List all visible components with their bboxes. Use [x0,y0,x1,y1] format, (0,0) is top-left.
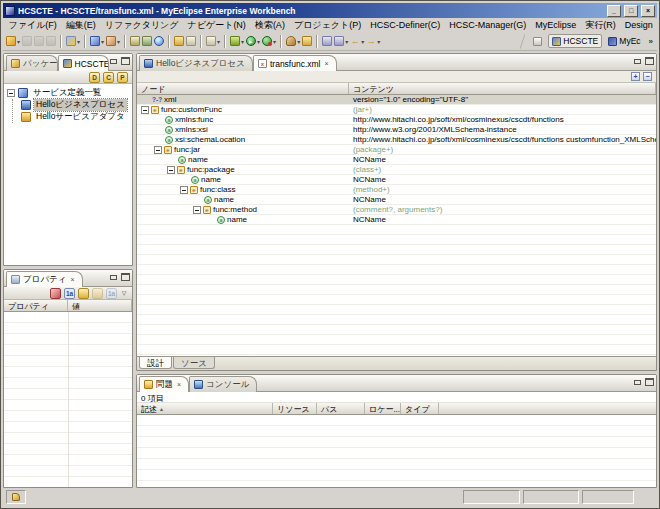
minimize-view-button[interactable] [633,378,642,386]
sort-alphabetical-icon[interactable] [64,288,75,299]
validate-button[interactable] [185,34,197,49]
table-row[interactable]: name NCName [137,195,656,205]
menu-myeclipse[interactable]: MyEclipse [531,19,581,31]
tree-item-service-definitions[interactable]: サービス定義一覧 [7,87,132,99]
menu-project[interactable]: プロジェクト(P) [289,18,365,33]
new-wizard-button[interactable] [5,34,21,49]
next-annotation-button[interactable] [333,34,349,49]
tab-source[interactable]: ソース [173,357,215,369]
tab-business-process-editor[interactable]: Helloビジネスプロセス [139,55,253,71]
define-package-icon[interactable] [117,72,128,83]
table-row[interactable]: name NCName [137,155,656,165]
close-icon[interactable]: × [71,276,75,283]
maximize-view-button[interactable] [645,378,654,386]
close-icon[interactable]: × [177,381,181,388]
save-button[interactable] [21,34,33,49]
collapse-toggle-icon[interactable] [7,89,15,97]
column-header-resource[interactable]: リソース [273,403,317,414]
collapse-toggle-icon[interactable] [193,206,201,214]
open-perspective-button[interactable] [529,35,546,48]
run-button[interactable] [245,34,261,49]
table-row[interactable]: func:method (comment?, arguments?) [137,205,656,215]
table-row[interactable]: func:customFunc (jar+) [137,105,656,115]
minimize-view-button[interactable] [633,57,642,65]
window-close-button[interactable]: × [641,5,655,17]
maximize-view-button[interactable] [121,57,130,65]
table-row[interactable]: name NCName [137,175,656,185]
minimize-view-button[interactable] [109,273,118,281]
menu-navigate[interactable]: ナビゲート(N) [183,18,250,33]
column-header-content[interactable]: コンテンツ [349,83,656,94]
tree-item-business-process[interactable]: Helloビジネスプロセス [21,99,132,111]
print-button[interactable] [45,34,57,49]
define-adapter-icon[interactable] [103,72,114,83]
column-header-description[interactable]: 記述▲ [137,403,273,414]
menu-hcsc-definer[interactable]: HCSC-Definer(C) [366,19,445,31]
open-folder-button[interactable] [173,34,185,49]
menu-file[interactable]: ファイル(F) [4,18,61,33]
menu-design[interactable]: Design [620,19,657,31]
table-row[interactable]: func:class (method+) [137,185,656,195]
remove-property-icon[interactable] [106,288,117,299]
perspective-hcscte[interactable]: HCSCTE [548,34,602,48]
column-header-path[interactable]: パス [317,403,365,414]
close-icon[interactable]: × [325,60,329,67]
column-header-location[interactable]: ロケー... [365,403,401,414]
save-all-button[interactable] [33,34,45,49]
debug-button[interactable] [229,34,245,49]
table-row[interactable]: name NCName [137,215,656,225]
table-row[interactable]: xml version="1.0" encoding="UTF-8" [137,95,656,105]
open-resource-button[interactable] [301,34,313,49]
pin-property-icon[interactable] [50,288,61,299]
perspective-overflow-chevron[interactable]: » [647,37,655,46]
problems-table-body[interactable] [137,415,656,487]
tab-packages[interactable]: パッケージ [6,55,58,71]
tab-problems[interactable]: 問題 × [139,376,189,392]
expand-all-icon[interactable]: + [631,72,640,81]
column-header-type[interactable]: タイプ [401,403,439,414]
tab-transfunc-xml[interactable]: x transfunc.xml × [253,55,337,71]
edit-action-2-button[interactable] [105,34,121,49]
tab-hcscte[interactable]: HCSCTE × [58,55,109,71]
show-view-button[interactable] [205,34,221,49]
perspective-myeclipse[interactable]: MyEc [604,34,644,48]
menu-refactor[interactable]: リファクタリング [100,18,183,33]
collapse-all-icon[interactable]: − [643,72,652,81]
refresh-button[interactable] [129,34,141,49]
show-categories-icon[interactable] [78,288,89,299]
maximize-view-button[interactable] [121,273,130,281]
window-minimize-button[interactable]: _ [607,5,621,17]
tab-design[interactable]: 設計 [139,357,172,369]
tab-console[interactable]: コンソール [189,376,257,392]
run-external-button[interactable] [261,34,277,49]
menu-edit[interactable]: 編集(E) [61,18,100,33]
edit-action-1-button[interactable] [89,34,105,49]
menu-hcsc-manager[interactable]: HCSC-Manager(G) [445,19,531,31]
properties-table-body[interactable] [4,312,132,487]
table-row[interactable]: xmlns:func http://www.hitachi.co.jp/soft… [137,115,656,125]
minimize-view-button[interactable] [109,57,118,65]
collapse-toggle-icon[interactable] [167,166,175,174]
table-row[interactable]: xsi:schemaLocation http://www.hitachi.co… [137,135,656,145]
menu-search[interactable]: 検索(A) [250,18,289,33]
maximize-view-button[interactable] [645,57,654,65]
define-business-process-icon[interactable] [89,72,100,83]
collapse-toggle-icon[interactable] [180,186,188,194]
menu-run[interactable]: 実行(R) [581,18,621,33]
column-header-node[interactable]: ノード [137,83,349,94]
forward-button[interactable]: → [365,34,381,49]
search-button[interactable] [285,34,301,49]
column-header-property[interactable]: プロパティ [4,300,68,311]
tab-properties[interactable]: プロパティ × [6,271,83,287]
table-row[interactable]: xmlns:xsi http://www.w3.org/2001/XMLSche… [137,125,656,135]
restore-default-icon[interactable] [92,288,103,299]
web-browser-button[interactable] [153,34,165,49]
tree-item-service-adapter[interactable]: Helloサービスアダプタ [21,111,132,123]
view-menu-icon[interactable]: ▽ [120,288,128,299]
column-header-value[interactable]: 値 [68,300,132,311]
new-hcsc-definition-button[interactable] [65,34,81,49]
collapse-toggle-icon[interactable] [141,106,149,114]
collapse-toggle-icon[interactable] [154,146,162,154]
table-row[interactable]: func:package (class+) [137,165,656,175]
window-maximize-button[interactable]: □ [624,5,638,17]
